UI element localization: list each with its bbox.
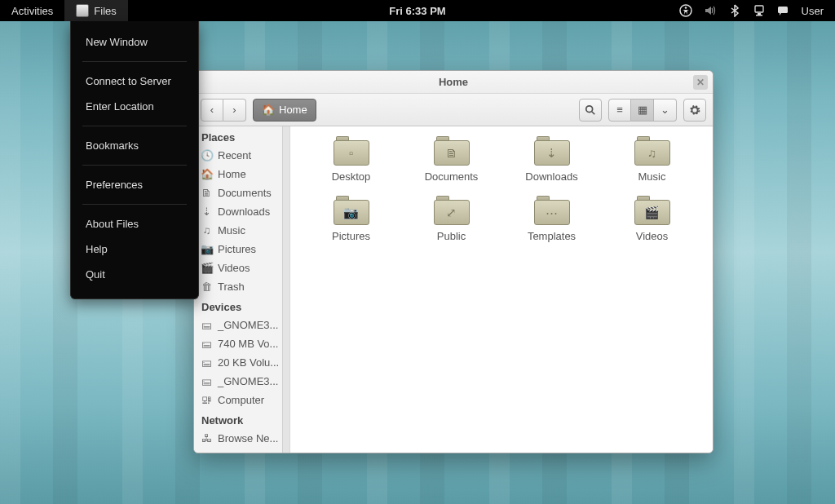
chat-icon[interactable] [777, 4, 790, 17]
svg-rect-3 [758, 13, 761, 15]
folder-item[interactable]: ⋯Templates [506, 196, 598, 242]
search-icon [585, 104, 596, 116]
network-icon: 🖧 [201, 432, 213, 444]
folder-icon: ⇣ [534, 136, 570, 166]
sidebar-item-network[interactable]: 🖧Browse Ne... [194, 429, 289, 448]
menu-enter-location[interactable]: Enter Location [71, 94, 198, 119]
menu-about[interactable]: About Files [71, 211, 198, 237]
activities-button[interactable]: Activities [0, 0, 64, 21]
sidebar-item-label: Downloads [218, 206, 270, 218]
place-icon: 📷 [201, 243, 213, 255]
chevron-right-icon: › [232, 104, 236, 116]
active-app-indicator[interactable]: Files [64, 0, 127, 21]
place-icon: 🏠 [201, 168, 213, 180]
sidebar-item-place[interactable]: ⇣Downloads [194, 202, 289, 221]
sidebar-item-label: Browse Ne... [218, 432, 278, 444]
list-icon: ≡ [616, 104, 623, 116]
path-label: Home [279, 104, 307, 116]
search-button[interactable] [579, 99, 602, 122]
folder-icon: 📷 [334, 196, 369, 225]
menu-separator [82, 165, 187, 166]
menu-separator [82, 126, 187, 126]
menu-connect-server[interactable]: Connect to Server [71, 69, 198, 94]
sidebar-item-label: Documents [218, 187, 272, 199]
files-app-icon [76, 4, 89, 17]
menu-help[interactable]: Help [71, 237, 198, 262]
forward-button[interactable]: › [223, 99, 246, 122]
sidebar-item-place[interactable]: 📷Pictures [194, 240, 289, 259]
sidebar-item-place[interactable]: 🎬Videos [194, 259, 289, 277]
sidebar-scrollbar[interactable] [282, 126, 289, 453]
bluetooth-icon[interactable] [728, 4, 741, 17]
close-button[interactable]: ✕ [693, 75, 708, 90]
title-bar[interactable]: Home ✕ [194, 71, 713, 94]
user-menu[interactable]: User [802, 5, 824, 17]
menu-bookmarks[interactable]: Bookmarks [71, 133, 198, 158]
settings-button[interactable] [683, 99, 706, 122]
places-header: Places [194, 126, 289, 146]
back-button[interactable]: ‹ [201, 99, 223, 122]
folder-item[interactable]: ♫Music [606, 136, 698, 183]
network-header: Network [194, 409, 289, 429]
files-app-menu: New Window Connect to Server Enter Locat… [70, 21, 199, 299]
folder-icon: 🎬 [634, 196, 670, 225]
sidebar-item-place[interactable]: 🗑Trash [194, 277, 289, 296]
sidebar-item-label: Videos [218, 262, 250, 274]
sidebar-item-label: 740 MB Vo... [218, 338, 278, 350]
folder-item[interactable]: 🎬Videos [606, 196, 698, 242]
devices-header: Devices [194, 296, 289, 316]
sidebar-item-place[interactable]: 🕓Recent [194, 146, 289, 165]
folder-grid: ▫Desktop🗎Documents⇣Downloads♫Music📷Pictu… [305, 136, 698, 242]
menu-quit[interactable]: Quit [71, 262, 198, 287]
sidebar: Places 🕓Recent🏠Home🗎Documents⇣Downloads♫… [194, 126, 290, 453]
icon-view-button[interactable]: ▦ [631, 99, 654, 122]
svg-point-6 [586, 105, 593, 112]
sidebar-item-label: Trash [218, 281, 245, 293]
sidebar-item-device[interactable]: 🖴_GNOME3... [194, 316, 289, 334]
toolbar: ‹ › 🏠 Home ≡ ▦ ⌄ [194, 94, 713, 126]
folder-label: Videos [636, 230, 669, 242]
folder-item[interactable]: ⇣Downloads [506, 136, 598, 183]
files-window: Home ✕ ‹ › 🏠 Home ≡ ▦ ⌄ [193, 70, 714, 453]
folder-item[interactable]: ▫Desktop [305, 136, 397, 183]
folder-label: Pictures [332, 230, 370, 242]
chevron-down-icon: ⌄ [660, 104, 669, 116]
folder-icon: ▫ [334, 136, 369, 166]
clock[interactable]: Fri 6:33 PM [389, 5, 445, 17]
sidebar-item-device[interactable]: 🖳Computer [194, 391, 289, 409]
list-view-button[interactable]: ≡ [608, 99, 631, 122]
sidebar-item-label: Pictures [218, 243, 256, 255]
device-icon: 🖴 [201, 319, 213, 331]
sidebar-item-device[interactable]: 🖴740 MB Vo... [194, 334, 289, 353]
place-icon: 🗎 [201, 187, 213, 199]
menu-new-window[interactable]: New Window [71, 29, 198, 55]
home-icon: 🏠 [262, 104, 275, 116]
device-icon: 🖴 [201, 338, 213, 350]
sidebar-item-place[interactable]: 🏠Home [194, 165, 289, 183]
network-icon[interactable] [753, 4, 766, 17]
sidebar-item-label: Home [218, 168, 246, 180]
folder-label: Downloads [525, 170, 577, 183]
close-icon: ✕ [696, 77, 705, 88]
folder-item[interactable]: 🗎Documents [405, 136, 497, 183]
sidebar-item-device[interactable]: 🖴_GNOME3... [194, 372, 289, 391]
place-icon: 🕓 [201, 149, 213, 161]
accessibility-icon[interactable] [679, 4, 692, 17]
top-bar: Activities Files Fri 6:33 PM User [0, 0, 835, 21]
volume-icon[interactable] [704, 4, 717, 17]
folder-item[interactable]: ⤢Public [405, 196, 497, 242]
sidebar-item-place[interactable]: 🗎Documents [194, 183, 289, 202]
path-bar-home[interactable]: 🏠 Home [253, 99, 316, 122]
active-app-name: Files [94, 5, 116, 17]
sidebar-item-label: 20 KB Volu... [218, 356, 279, 369]
menu-separator [82, 61, 187, 62]
sidebar-item-label: _GNOME3... [218, 319, 278, 331]
sidebar-item-device[interactable]: 🖴20 KB Volu... [194, 353, 289, 372]
folder-label: Music [638, 170, 666, 183]
file-pane[interactable]: ▫Desktop🗎Documents⇣Downloads♫Music📷Pictu… [290, 126, 713, 453]
place-icon: 🎬 [201, 262, 213, 274]
menu-preferences[interactable]: Preferences [71, 172, 198, 197]
sidebar-item-place[interactable]: ♫Music [194, 221, 289, 240]
view-options-button[interactable]: ⌄ [654, 99, 677, 122]
folder-item[interactable]: 📷Pictures [305, 196, 397, 242]
